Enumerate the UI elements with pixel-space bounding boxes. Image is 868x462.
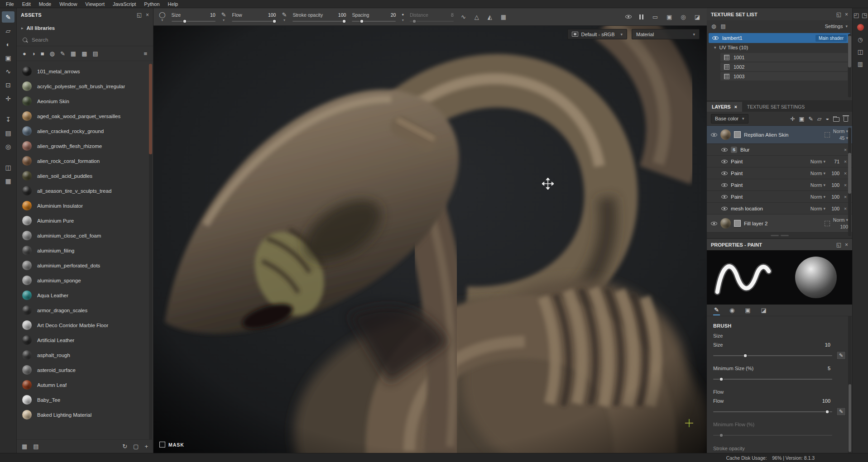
size-slider[interactable] bbox=[172, 21, 216, 22]
size-pressure-toggle-button[interactable]: ✎ bbox=[836, 351, 846, 360]
blend-mode-dropdown[interactable]: Norm▾ bbox=[833, 129, 848, 134]
remove-layer-icon[interactable]: × bbox=[843, 194, 848, 200]
tab-stencil-icon[interactable]: ▣ bbox=[744, 305, 751, 315]
blend-mode-dropdown[interactable]: Norm▾ bbox=[810, 194, 825, 200]
filter-mode-icon[interactable]: ▤ bbox=[720, 23, 725, 29]
snap-icon[interactable]: ▦ bbox=[499, 14, 508, 20]
search-input[interactable] bbox=[32, 37, 148, 43]
colorspace-dropdown[interactable]: Default - sRGB ▾ bbox=[567, 29, 628, 39]
layer-row-fill-layer-2[interactable]: Fill layer 2 Norm▾ 100 bbox=[707, 214, 852, 233]
dock-right-icon[interactable]: ◳ bbox=[862, 12, 867, 19]
frame-icon[interactable]: ▢ bbox=[133, 443, 139, 450]
opacity-value[interactable]: 100 bbox=[829, 182, 839, 188]
remove-layer-icon[interactable]: × bbox=[843, 182, 848, 188]
blend-mode-dropdown[interactable]: Norm▾ bbox=[810, 182, 825, 188]
list-item[interactable]: Autumn Leaf bbox=[17, 377, 153, 392]
library-selector[interactable]: ▸ All libraries bbox=[17, 22, 153, 34]
filter-smart-materials-icon[interactable]: ◑ bbox=[32, 50, 35, 57]
filter-textures-icon[interactable]: ▩ bbox=[82, 50, 87, 57]
blend-mode-dropdown[interactable]: Norm▾ bbox=[810, 159, 825, 164]
list-item[interactable]: aged_oak_wood_parquet_versailles bbox=[17, 109, 153, 124]
properties-scrollbar[interactable] bbox=[848, 316, 852, 453]
list-item[interactable]: Aqua Leather bbox=[17, 288, 153, 303]
visibility-eye-icon[interactable] bbox=[712, 35, 719, 41]
add-asset-button[interactable]: + bbox=[144, 443, 148, 450]
stroke-preview[interactable] bbox=[707, 250, 780, 305]
paint-tool-icon[interactable]: ✎ bbox=[2, 11, 14, 23]
flow-slider[interactable] bbox=[713, 411, 832, 412]
menu-mode[interactable]: Mode bbox=[35, 1, 56, 7]
add-group-folder-icon[interactable] bbox=[833, 117, 839, 122]
mask-checkbox[interactable] bbox=[159, 442, 165, 448]
filter-materials-icon[interactable]: ● bbox=[23, 50, 26, 57]
layer-stack-scrollbar[interactable] bbox=[848, 128, 851, 236]
visibility-eye-icon[interactable] bbox=[721, 206, 728, 211]
visibility-toggle-icon[interactable] bbox=[625, 14, 632, 19]
filter-alphas-icon[interactable]: ▦ bbox=[71, 50, 76, 57]
export-icon[interactable]: ↧ bbox=[2, 114, 14, 125]
camera-view-icon[interactable]: ◎ bbox=[679, 14, 687, 20]
tab-texture-set-settings[interactable]: TEXTURE SET SETTINGS bbox=[742, 102, 810, 112]
menu-python[interactable]: Python bbox=[140, 1, 163, 7]
eraser-icon[interactable]: ▱ bbox=[817, 115, 822, 122]
pause-engine-button[interactable] bbox=[638, 14, 645, 19]
asset-list-scrollbar[interactable] bbox=[149, 64, 152, 439]
layer-row-paint[interactable]: Paint Norm▾ 100 × bbox=[707, 179, 852, 191]
scrollbar-thumb[interactable] bbox=[848, 153, 851, 194]
bake-icon[interactable]: ▤ bbox=[2, 127, 14, 138]
camera-icon[interactable]: ◎ bbox=[2, 141, 14, 152]
spacing-dot-icon[interactable]: • ▾ bbox=[402, 12, 404, 22]
remove-layer-icon[interactable]: × bbox=[843, 171, 848, 176]
log-icon[interactable]: ▥ bbox=[858, 61, 863, 67]
blend-mode-dropdown[interactable]: Norm▾ bbox=[810, 206, 825, 211]
close-panel-icon[interactable]: × bbox=[845, 242, 848, 248]
scrollbar-thumb[interactable] bbox=[849, 384, 851, 452]
visibility-eye-icon[interactable] bbox=[721, 171, 728, 176]
filter-environments-icon[interactable]: ▤ bbox=[92, 50, 98, 57]
add-fill-layer-icon[interactable]: ◒ bbox=[825, 115, 829, 122]
viewport-3d-model[interactable] bbox=[153, 26, 707, 453]
uv-tiles-group[interactable]: ▾ UV Tiles (10) bbox=[707, 43, 852, 52]
grid-view-icon[interactable]: ▦ bbox=[22, 443, 27, 450]
opacity-value[interactable]: 45▾ bbox=[839, 135, 848, 141]
list-item[interactable]: aluminium_close_cell_foam bbox=[17, 228, 153, 243]
projection-tool-icon[interactable]: ◐ bbox=[2, 38, 14, 50]
opacity-value[interactable]: 100 bbox=[829, 171, 839, 176]
uv-tile-row[interactable]: 1001 bbox=[720, 53, 848, 62]
list-item[interactable]: aluminium_perforated_dots bbox=[17, 258, 153, 273]
material-picker-tool-icon[interactable]: ✛ bbox=[2, 93, 14, 104]
list-item[interactable]: alien_soil_acid_puddles bbox=[17, 168, 153, 183]
layer-row-paint[interactable]: Paint Norm▾ 71 × bbox=[707, 156, 852, 167]
remove-layer-icon[interactable]: × bbox=[843, 159, 848, 164]
add-layer-icon[interactable]: ▣ bbox=[799, 115, 805, 122]
menu-viewport[interactable]: Viewport bbox=[81, 1, 109, 7]
opacity-value[interactable]: 100 bbox=[840, 224, 848, 229]
filter-smart-masks-icon[interactable]: ■ bbox=[41, 50, 44, 57]
remove-effect-icon[interactable]: × bbox=[843, 147, 848, 152]
layer-row-mesh-location[interactable]: mesh location Norm▾ 100 × bbox=[707, 203, 852, 214]
clone-tool-icon[interactable]: ⊡ bbox=[2, 79, 14, 90]
list-view-icon[interactable]: ≡ bbox=[144, 50, 147, 57]
flow-pressure-toggle-button[interactable]: ✎ bbox=[836, 407, 846, 416]
visibility-eye-icon[interactable] bbox=[711, 221, 717, 226]
capture-icon[interactable]: ◪ bbox=[693, 14, 701, 20]
layer-row-paint[interactable]: Paint Norm▾ 100 × bbox=[707, 191, 852, 203]
list-item[interactable]: alien_growth_flesh_rhizome bbox=[17, 138, 153, 153]
layer-row-paint[interactable]: Paint Norm▾ 100 × bbox=[707, 167, 852, 179]
flow-slider[interactable] bbox=[232, 21, 276, 22]
list-item[interactable]: Aluminium Insulator bbox=[17, 198, 153, 213]
list-item[interactable]: armor_dragon_scales bbox=[17, 303, 153, 318]
tab-brush-icon[interactable]: ✎ bbox=[713, 305, 720, 315]
scrollbar-thumb[interactable] bbox=[848, 36, 851, 67]
list-item[interactable]: 101_metal_arrows bbox=[17, 64, 153, 79]
dock-left-icon[interactable]: ◰ bbox=[854, 12, 859, 19]
list-item[interactable]: alien_rock_coral_formation bbox=[17, 153, 153, 168]
pen-pressure-icon[interactable]: ∿ bbox=[460, 14, 467, 20]
channel-selector[interactable]: Base color ▾ bbox=[711, 114, 748, 124]
list-item[interactable]: Art Deco Corridor Marble Floor bbox=[17, 318, 153, 333]
list-item[interactable]: Aeonium Skin bbox=[17, 94, 153, 109]
shelf-icon[interactable]: ▦ bbox=[2, 175, 14, 186]
list-item[interactable]: all_season_tire_v_sculpts_tread bbox=[17, 183, 153, 198]
spacing-slider[interactable] bbox=[352, 21, 396, 22]
uv-tile-row[interactable]: 1003 bbox=[720, 72, 848, 81]
